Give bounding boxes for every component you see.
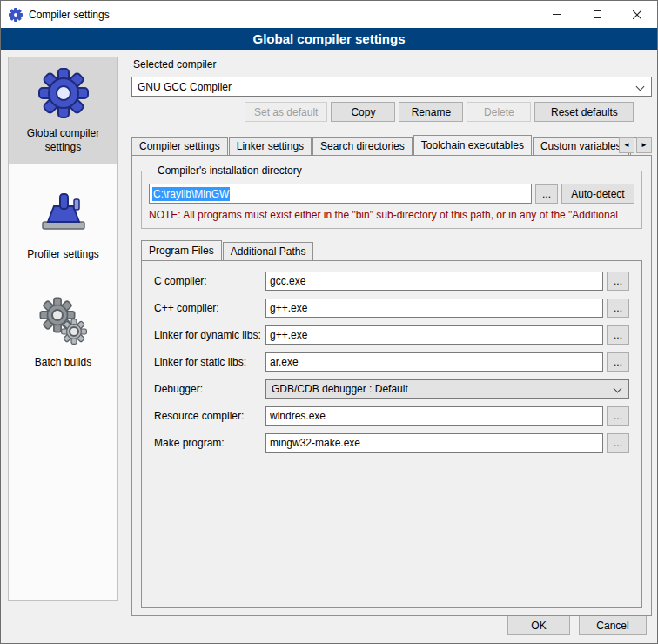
program-files-panel: C compiler: ... C++ compiler: ... Linker… [141,260,642,608]
tab-scroll-right-button[interactable]: ► [636,137,652,153]
window-title: Compiler settings [29,9,110,21]
installation-directory-group: Compiler's installation directory C:\ray… [141,164,642,229]
gear-icon [36,64,91,120]
tab-linker-settings[interactable]: Linker settings [229,137,312,155]
dialog-footer: OK Cancel [507,615,647,635]
set-as-default-button: Set as default [245,102,327,122]
reset-defaults-button[interactable]: Reset defaults [534,102,634,122]
resource-compiler-label: Resource compiler: [154,410,265,422]
compiler-settings-window: Compiler settings Global compiler settin… [0,0,658,644]
chevron-down-icon [636,83,645,91]
minimize-icon [553,14,561,15]
cpp-compiler-input[interactable] [265,299,603,318]
ok-button[interactable]: OK [507,615,570,635]
make-program-label: Make program: [154,437,265,449]
dynamic-linker-row: Linker for dynamic libs: ... [154,325,629,345]
cpp-compiler-browse-button[interactable]: ... [607,299,629,318]
sidebar-item-global-compiler-settings[interactable]: Global compiler settings [9,57,118,164]
resource-compiler-row: Resource compiler: ... [154,406,629,426]
installation-directory-input[interactable]: C:\raylib\MinGW [149,184,532,204]
make-program-browse-button[interactable]: ... [607,433,629,453]
subtab-additional-paths[interactable]: Additional Paths [223,242,314,260]
dynamic-linker-input[interactable] [265,325,603,345]
sidebar-item-profiler-settings[interactable]: Profiler settings [9,178,118,272]
maximize-button[interactable] [577,1,617,28]
bin-directory-note: NOTE: All programs must exist either in … [149,209,634,221]
c-compiler-label: C compiler: [154,275,265,287]
settings-tabs: Compiler settings Linker settings Search… [131,134,652,155]
app-icon [9,8,23,22]
selected-compiler-label: Selected compiler [133,58,652,71]
sidebar: Global compiler settings Profiler settin… [8,57,118,601]
make-program-row: Make program: ... [154,433,629,453]
static-linker-row: Linker for static libs: ... [154,352,629,372]
delete-button: Delete [467,102,531,122]
installation-directory-value: C:\raylib\MinGW [152,187,230,201]
make-program-input[interactable] [265,433,603,453]
profiler-icon [36,185,91,241]
subtab-program-files[interactable]: Program Files [141,240,222,260]
compiler-select-value: GNU GCC Compiler [138,81,232,93]
maximize-icon [594,10,601,18]
titlebar: Compiler settings [1,1,657,28]
dynamic-linker-label: Linker for dynamic libs: [154,329,265,341]
debugger-select-value: GDB/CDB debugger : Default [272,383,408,395]
toolchain-executables-panel: Compiler's installation directory C:\ray… [131,155,652,616]
static-linker-browse-button[interactable]: ... [607,352,629,372]
program-subtabs: Program Files Additional Paths [141,239,642,260]
installation-directory-row: C:\raylib\MinGW ... Auto-detect [149,184,634,204]
close-icon [633,10,641,19]
tab-compiler-settings[interactable]: Compiler settings [131,137,228,155]
tab-scroll-arrows: ◄ ► [619,137,652,153]
cancel-button[interactable]: Cancel [579,615,647,635]
c-compiler-input[interactable] [265,272,603,291]
c-compiler-row: C compiler: ... [154,272,629,291]
tab-scroll-left-button[interactable]: ◄ [619,137,634,153]
chevron-down-icon [614,385,622,393]
debugger-label: Debugger: [154,383,265,395]
dialog-header: Global compiler settings [1,28,657,50]
dynamic-linker-browse-button[interactable]: ... [607,325,629,345]
static-linker-input[interactable] [265,352,603,372]
tab-search-directories[interactable]: Search directories [312,137,413,155]
window-controls [537,1,657,28]
copy-button[interactable]: Copy [331,102,395,122]
cpp-compiler-label: C++ compiler: [154,302,265,314]
debugger-select[interactable]: GDB/CDB debugger : Default [265,379,629,399]
installation-directory-legend: Compiler's installation directory [154,164,306,177]
dialog-header-title: Global compiler settings [252,31,405,46]
cpp-compiler-row: C++ compiler: ... [154,299,629,318]
tab-custom-variables[interactable]: Custom variables [533,137,629,155]
resource-compiler-browse-button[interactable]: ... [607,406,629,426]
sidebar-item-label: Batch builds [12,356,114,370]
minimize-button[interactable] [537,1,577,28]
auto-detect-button[interactable]: Auto-detect [561,184,634,204]
c-compiler-browse-button[interactable]: ... [607,272,629,291]
static-linker-label: Linker for static libs: [154,356,265,368]
batch-builds-icon [36,293,91,349]
sidebar-item-label: Profiler settings [12,248,114,262]
sidebar-item-batch-builds[interactable]: Batch builds [9,286,118,380]
main-area: Selected compiler GNU GCC Compiler Set a… [131,55,652,616]
compiler-action-row: Set as default Copy Rename Delete Reset … [131,102,652,122]
close-button[interactable] [617,1,657,28]
tab-toolchain-executables[interactable]: Toolchain executables [413,135,532,155]
sidebar-item-label: Global compiler settings [12,127,114,154]
resource-compiler-input[interactable] [265,406,603,426]
compiler-select[interactable]: GNU GCC Compiler [131,77,652,97]
rename-button[interactable]: Rename [399,102,463,122]
browse-directory-button[interactable]: ... [535,184,558,204]
debugger-row: Debugger: GDB/CDB debugger : Default [154,379,629,399]
